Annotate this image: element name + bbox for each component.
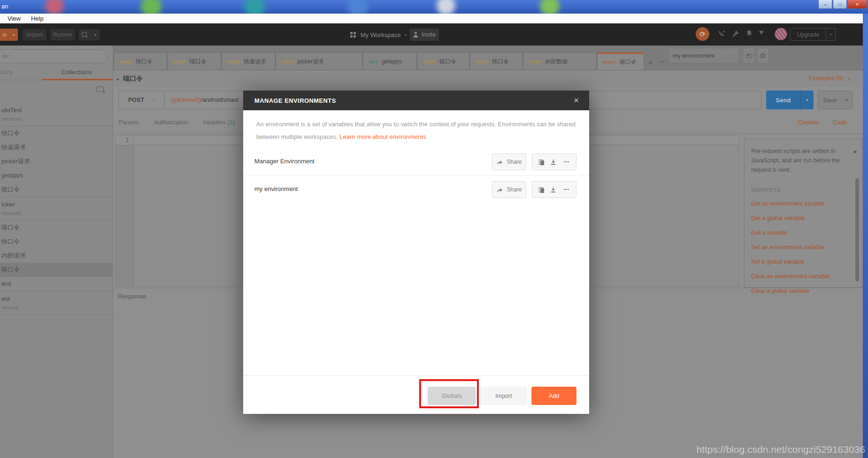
chevron-down-icon[interactable]: ▼ [9, 33, 18, 37]
tab-params[interactable]: Params [119, 119, 139, 126]
invite-button[interactable]: Invite [410, 29, 439, 41]
tab-collections[interactable]: Collections [61, 69, 92, 76]
request-item[interactable]: 内部请求 [0, 249, 113, 263]
snippet-link[interactable]: Set a global variable [751, 259, 855, 265]
request-tab[interactable]: POST外部数据 [523, 53, 597, 70]
maximize-button[interactable]: □ [833, 0, 847, 9]
close-icon: × [856, 1, 859, 7]
interceptor-button[interactable] [718, 30, 726, 38]
minimize-button[interactable]: – [818, 0, 832, 9]
upgrade-button[interactable]: Upgrade ▼ [790, 28, 836, 41]
save-button[interactable]: Save [818, 91, 842, 109]
favorites-button[interactable]: ♥ [759, 28, 764, 37]
collapse-panel-icon[interactable]: ▶ [854, 149, 857, 154]
request-tab[interactable]: POST快口令 [114, 53, 167, 70]
url-input[interactable]: {{pickerurl}}/android/unaut [165, 97, 238, 103]
menu-help[interactable]: Help [28, 15, 46, 22]
runner-button[interactable]: Runner [50, 29, 75, 40]
desktop-edge [863, 14, 868, 458]
request-tab[interactable]: POST喵口令 [168, 53, 221, 70]
environment-selector[interactable]: my environment ▼ [668, 48, 739, 63]
close-window-button[interactable]: × [847, 0, 867, 9]
cookies-link[interactable]: Cookies [798, 119, 819, 126]
avatar[interactable] [775, 28, 787, 40]
environment-name[interactable]: my environment [254, 185, 298, 192]
request-item[interactable]: 吱口令 [0, 183, 113, 197]
duplicate-icon[interactable] [539, 160, 543, 165]
request-tab[interactable]: POSTpicker请求 [276, 53, 362, 70]
open-new-button[interactable]: ▼ [79, 29, 100, 40]
import-environment-button[interactable]: Import [480, 387, 527, 405]
scrollbar-thumb[interactable] [855, 178, 859, 282]
snippet-link[interactable]: Set an environment variable [751, 244, 855, 251]
tab-method: POST [476, 59, 489, 64]
send-button[interactable]: Send [766, 91, 800, 109]
request-tab[interactable]: POST快递请求 [222, 53, 275, 70]
request-item[interactable]: test [0, 277, 113, 291]
snippet-link[interactable]: Clear an environment variable [751, 273, 855, 280]
request-item[interactable]: picker请求 [0, 154, 113, 168]
code-link[interactable]: Code [833, 119, 847, 126]
headers-count-badge: (1) [227, 119, 234, 126]
environment-row[interactable]: Manager Environment Share ••• [243, 148, 589, 176]
modal-header: MANAGE ENVIRONMENTS × [243, 91, 589, 110]
chevron-down-icon[interactable]: ▼ [826, 29, 835, 40]
modal-close-icon[interactable]: × [574, 95, 579, 106]
collection-meta: requests [1, 116, 113, 122]
duplicate-icon[interactable] [539, 187, 543, 192]
pre-request-description: Pre-request scripts are written in JavaS… [751, 146, 847, 175]
tab-authorization[interactable]: Authorization [154, 119, 188, 126]
environment-row[interactable]: my environment Share ••• [243, 176, 589, 203]
environment-name[interactable]: Manager Environment [254, 158, 315, 165]
environment-selected-value: my environment [673, 53, 728, 59]
collection-item[interactable]: utoTest requests [0, 103, 113, 126]
learn-more-link[interactable]: Learn more about environments [339, 133, 426, 140]
settings-wrench-button[interactable] [732, 30, 740, 38]
examples-dropdown[interactable]: Examples (0) ▾ [809, 75, 850, 82]
snippet-link[interactable]: Get a global variable [751, 215, 855, 221]
request-title[interactable]: ▸喵口令 [117, 75, 143, 83]
method-dropdown[interactable]: POST▼ [119, 91, 165, 109]
snippet-link[interactable]: Get a variable [751, 229, 855, 236]
download-icon[interactable] [550, 186, 557, 193]
tab-method: POST [282, 59, 294, 64]
snippet-link[interactable]: Get an environment variable [751, 200, 855, 207]
environment-quick-look-button[interactable] [743, 48, 755, 63]
manage-environments-button[interactable]: ⚙ [757, 48, 769, 63]
collapse-caret-icon[interactable]: ▸ [117, 76, 119, 82]
collection-item[interactable]: icker requests [0, 197, 113, 221]
tab-headers[interactable]: Headers(1) [203, 119, 235, 126]
request-tab[interactable]: POST快口令 [470, 53, 522, 70]
request-tab-active[interactable]: POST喵口令× [597, 53, 644, 70]
request-item[interactable]: getapps [0, 168, 113, 183]
request-tab[interactable]: POST吱口令 [417, 53, 469, 70]
new-collection-icon[interactable] [97, 86, 104, 92]
collection-item[interactable]: est request [0, 291, 113, 315]
tab-options-button[interactable]: ••• [659, 59, 665, 64]
import-button[interactable]: Import [23, 29, 46, 40]
request-tab[interactable]: GETgetapps [363, 53, 417, 70]
request-item[interactable]: 喵口令 [0, 221, 113, 235]
request-item[interactable]: 快口令 [0, 235, 113, 249]
download-icon[interactable] [550, 159, 557, 166]
request-item[interactable]: 快递请求 [0, 140, 113, 154]
add-environment-button[interactable]: Add [531, 387, 576, 405]
menu-view[interactable]: View [5, 15, 23, 22]
new-tab-button[interactable]: + [648, 58, 653, 66]
share-button[interactable]: Share [492, 181, 526, 198]
sync-status-button[interactable]: ⟳ [696, 27, 709, 41]
new-button[interactable]: w ▼ [0, 29, 18, 41]
filter-input[interactable]: ter [0, 49, 107, 63]
request-item-selected[interactable]: 喵口令 [0, 263, 113, 277]
tab-history[interactable]: istory [0, 69, 13, 76]
request-item[interactable]: 快口令 [0, 126, 113, 140]
headers-label: Headers [203, 119, 225, 126]
send-options-button[interactable]: ▼ [800, 91, 814, 109]
notifications-button[interactable] [745, 30, 753, 37]
workspace-switcher[interactable]: My Workspace ▼ [350, 29, 407, 40]
tab-label: picker请求 [298, 58, 324, 66]
more-actions-icon[interactable]: ••• [563, 187, 569, 192]
share-button[interactable]: Share [492, 153, 526, 170]
save-options-button[interactable]: ▼ [842, 91, 853, 109]
more-actions-icon[interactable]: ••• [563, 160, 569, 164]
